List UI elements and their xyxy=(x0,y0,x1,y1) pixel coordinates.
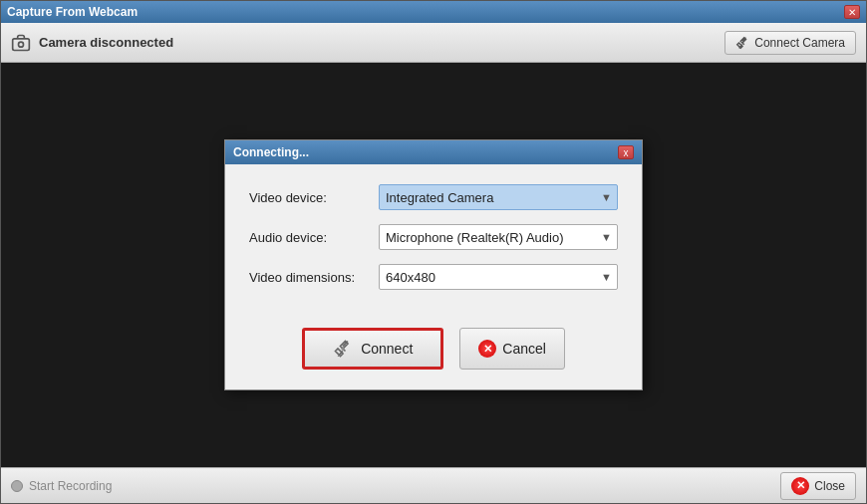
audio-device-label: Audio device: xyxy=(249,230,379,245)
video-dimensions-label: Video dimensions: xyxy=(249,270,379,285)
cancel-icon: ✕ xyxy=(478,340,496,358)
cancel-button-label: Cancel xyxy=(502,341,546,357)
dialog-overlay: Connecting... x Video device: Integrated… xyxy=(1,63,866,467)
dialog-title: Connecting... xyxy=(233,145,309,159)
svg-point-2 xyxy=(341,347,344,350)
connect-camera-button[interactable]: Connect Camera xyxy=(724,31,856,55)
dialog-close-button[interactable]: x xyxy=(618,145,634,159)
main-window: Capture From Webcam ✕ Camera disconnecte… xyxy=(0,0,867,504)
start-recording-button[interactable]: Start Recording xyxy=(11,479,112,493)
close-button[interactable]: ✕ Close xyxy=(780,472,856,500)
audio-device-select[interactable]: Microphone (Realtek(R) Audio) xyxy=(379,224,618,250)
audio-device-select-wrapper: Microphone (Realtek(R) Audio) ▼ xyxy=(379,224,618,250)
dialog-content: Video device: Integrated Camera ▼ Audio … xyxy=(225,164,642,324)
connect-button-label: Connect xyxy=(361,341,413,357)
dialog-title-bar: Connecting... x xyxy=(225,140,642,164)
video-device-row: Video device: Integrated Camera ▼ xyxy=(249,184,618,210)
camera-status: Camera disconnected xyxy=(11,33,173,53)
window-close-button[interactable]: ✕ xyxy=(844,5,860,19)
connect-button[interactable]: Connect xyxy=(302,328,443,370)
connecting-dialog: Connecting... x Video device: Integrated… xyxy=(224,139,643,390)
video-dimensions-row: Video dimensions: 640x480 ▼ xyxy=(249,264,618,290)
video-device-select[interactable]: Integrated Camera xyxy=(379,184,618,210)
title-bar: Capture From Webcam ✕ xyxy=(1,1,866,23)
close-label: Close xyxy=(814,479,845,493)
svg-rect-0 xyxy=(13,38,30,50)
record-dot-icon xyxy=(11,480,23,492)
dialog-buttons: Connect ✕ Cancel xyxy=(225,324,642,389)
start-recording-label: Start Recording xyxy=(29,479,112,493)
cancel-button[interactable]: ✕ Cancel xyxy=(459,328,565,370)
svg-point-1 xyxy=(19,42,24,47)
camera-icon xyxy=(11,33,31,53)
close-cancel-icon: ✕ xyxy=(791,477,809,495)
connect-plug-icon xyxy=(333,339,353,359)
video-dimensions-select[interactable]: 640x480 xyxy=(379,264,618,290)
video-device-select-wrapper: Integrated Camera ▼ xyxy=(379,184,618,210)
video-device-label: Video device: xyxy=(249,190,379,205)
connect-camera-label: Connect Camera xyxy=(754,36,845,50)
video-dimensions-select-wrapper: 640x480 ▼ xyxy=(379,264,618,290)
header-bar: Camera disconnected Connect Camera xyxy=(1,23,866,63)
video-area: Connecting... x Video device: Integrated… xyxy=(1,63,866,467)
window-title: Capture From Webcam xyxy=(7,5,138,19)
audio-device-row: Audio device: Microphone (Realtek(R) Aud… xyxy=(249,224,618,250)
status-text: Camera disconnected xyxy=(39,35,173,50)
plug-icon xyxy=(735,36,749,50)
footer-bar: Start Recording ✕ Close xyxy=(1,467,866,503)
